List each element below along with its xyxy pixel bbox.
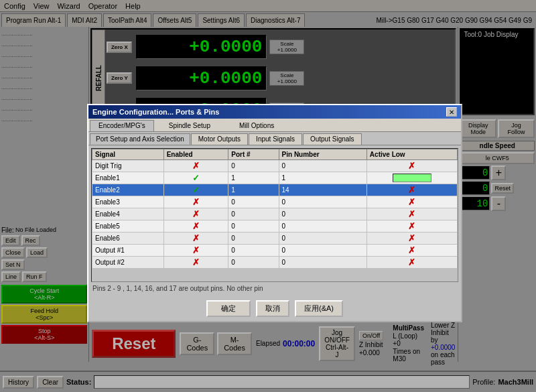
cell-signal: Enable5 (92, 220, 164, 233)
x-icon: ✗ (408, 257, 415, 267)
cell-signal: Digit Trig (92, 160, 164, 172)
dialog-subtab-output-signals[interactable]: Output Signals (303, 133, 362, 145)
dialog-subtab-motor-outputs[interactable]: Motor Outputs (191, 133, 248, 145)
dialog-tab-spindle[interactable]: Spindle Setup (155, 120, 224, 131)
cell-signal: Enable3 (92, 196, 164, 208)
dialog-tab-encoder[interactable]: Encoder/MPG's (90, 120, 154, 131)
x-icon: ✗ (408, 209, 415, 219)
dialog-title-text: Engine Configuration... Ports & Pins (92, 108, 219, 116)
cell-active-low: ✗ (366, 160, 457, 172)
cell-active-low: ✗ (366, 184, 457, 196)
cell-port: 1 (228, 172, 279, 184)
cell-signal: Enable2 (92, 184, 164, 196)
cell-enabled: ✗ (163, 257, 228, 269)
x-icon: ✗ (192, 161, 200, 171)
dialog-ok-button[interactable]: 确定 (206, 300, 251, 317)
cell-active-low (366, 172, 457, 184)
cell-port: 0 (228, 196, 279, 208)
cell-pin: 14 (279, 184, 366, 196)
cell-signal: Output #1 (92, 245, 164, 257)
check-icon: ✓ (192, 173, 200, 183)
cell-enabled: ✗ (163, 245, 228, 257)
cell-pin: 0 (279, 220, 366, 233)
cell-enabled: ✗ (163, 220, 228, 233)
table-row[interactable]: Output #2✗00✗ (92, 257, 458, 269)
cell-pin: 0 (279, 233, 366, 245)
table-row[interactable]: Output #1✗00✗ (92, 245, 458, 257)
cell-enabled: ✓ (163, 172, 228, 184)
cell-active-low: ✗ (366, 233, 457, 245)
cell-enabled: ✗ (163, 208, 228, 220)
cell-enabled: ✗ (163, 160, 228, 172)
col-signal: Signal (92, 149, 164, 160)
x-icon: ✗ (408, 197, 415, 207)
dialog-footer-note: Pins 2 - 9 , 1, 14, 16, and 17 are outpu… (91, 282, 458, 295)
dialog-table-scroll[interactable]: Signal Enabled Port # Pin Number Active … (91, 148, 458, 282)
dialog-subtab-input-signals[interactable]: Input Signals (249, 133, 302, 145)
col-active-low: Active Low (366, 149, 457, 160)
x-icon: ✗ (408, 245, 415, 255)
cell-enabled: ✗ (163, 196, 228, 208)
x-icon: ✗ (408, 233, 415, 243)
cell-port: 0 (228, 257, 279, 269)
x-icon: ✗ (192, 221, 200, 231)
cell-port: 0 (228, 245, 279, 257)
dialog-apply-button[interactable]: 应用(&A) (295, 300, 343, 317)
dialog-body: Signal Enabled Port # Pin Number Active … (88, 145, 461, 298)
x-icon: ✗ (192, 245, 200, 255)
col-pin: Pin Number (279, 149, 366, 160)
dialog-buttons: 确定 取消 应用(&A) (88, 298, 461, 321)
cell-active-low: ✗ (366, 208, 457, 220)
cell-signal: Enable1 (92, 172, 164, 184)
dialog-cancel-button[interactable]: 取消 (256, 300, 289, 317)
table-row[interactable]: Digit Trig✗00✗ (92, 160, 458, 172)
cell-signal: Enable6 (92, 233, 164, 245)
x-icon: ✗ (192, 209, 200, 219)
x-icon: ✗ (408, 185, 415, 195)
cell-active-low: ✗ (366, 220, 457, 233)
dialog-close-button[interactable]: ✕ (446, 107, 457, 117)
cell-port: 0 (228, 208, 279, 220)
cell-pin: 0 (279, 196, 366, 208)
cell-active-low: ✗ (366, 196, 457, 208)
dialog-subtab-port-setup[interactable]: Port Setup and Axis Selection (90, 133, 190, 145)
x-icon: ✗ (192, 233, 200, 243)
table-row[interactable]: Enable6✗00✗ (92, 233, 458, 245)
cell-pin: 0 (279, 245, 366, 257)
cell-port: 0 (228, 233, 279, 245)
cell-enabled: ✓ (163, 184, 228, 196)
check-icon: ✓ (192, 185, 200, 195)
dialog-tab-mill[interactable]: Mill Options (225, 120, 288, 131)
x-icon: ✗ (192, 257, 200, 267)
cell-active-low: ✗ (366, 257, 457, 269)
x-icon: ✗ (408, 161, 415, 171)
active-low-input[interactable] (393, 174, 431, 182)
col-port: Port # (228, 149, 279, 160)
cell-port: 0 (228, 160, 279, 172)
cell-pin: 0 (279, 160, 366, 172)
table-row[interactable]: Enable3✗00✗ (92, 196, 458, 208)
cell-pin: 0 (279, 257, 366, 269)
cell-pin: 1 (279, 172, 366, 184)
dialog-subtabs: Port Setup and Axis Selection Motor Outp… (88, 132, 461, 145)
cell-signal: Output #2 (92, 257, 164, 269)
cell-pin: 0 (279, 208, 366, 220)
cell-active-low: ✗ (366, 245, 457, 257)
cell-port: 0 (228, 220, 279, 233)
x-icon: ✗ (408, 221, 415, 231)
table-row[interactable]: Enable2✓114✗ (92, 184, 458, 196)
cell-port: 1 (228, 184, 279, 196)
dialog-table: Signal Enabled Port # Pin Number Active … (92, 149, 458, 269)
dialog-title-bar: Engine Configuration... Ports & Pins ✕ (88, 105, 461, 119)
engine-config-dialog: Engine Configuration... Ports & Pins ✕ E… (87, 104, 462, 322)
x-icon: ✗ (192, 197, 200, 207)
dialog-tabs: Encoder/MPG's Spindle Setup Mill Options (88, 119, 461, 132)
table-row[interactable]: Enable5✗00✗ (92, 220, 458, 233)
col-enabled: Enabled (163, 149, 228, 160)
cell-enabled: ✗ (163, 233, 228, 245)
cell-signal: Enable4 (92, 208, 164, 220)
table-row[interactable]: Enable1✓11 (92, 172, 458, 184)
table-row[interactable]: Enable4✗00✗ (92, 208, 458, 220)
